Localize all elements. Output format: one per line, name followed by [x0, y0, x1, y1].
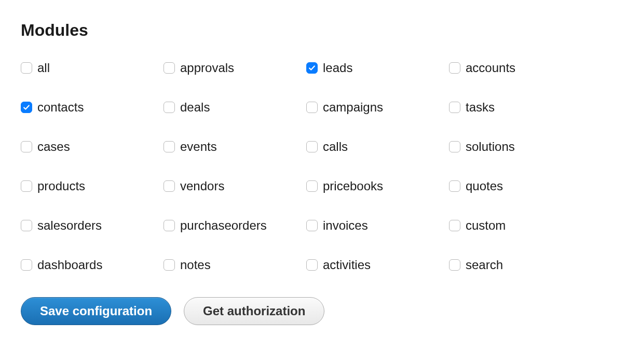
checkbox-solutions[interactable]: solutions	[449, 139, 592, 154]
checkbox-salesorders[interactable]: salesorders	[21, 218, 164, 233]
check-icon	[23, 104, 30, 111]
checkbox-box-solutions[interactable]	[449, 141, 460, 152]
checkbox-events[interactable]: events	[164, 139, 306, 154]
checkbox-label-pricebooks: pricebooks	[323, 179, 383, 193]
checkbox-all[interactable]: all	[21, 61, 164, 75]
checkbox-vendors[interactable]: vendors	[164, 179, 306, 193]
checkbox-box-purchaseorders[interactable]	[164, 220, 175, 231]
checkbox-box-pricebooks[interactable]	[306, 180, 318, 192]
checkbox-label-salesorders: salesorders	[37, 218, 102, 233]
checkbox-box-tasks[interactable]	[449, 102, 460, 113]
checkbox-invoices[interactable]: invoices	[306, 218, 449, 233]
save-configuration-button[interactable]: Save configuration	[21, 297, 171, 325]
checkbox-box-dashboards[interactable]	[21, 259, 32, 271]
checkbox-box-salesorders[interactable]	[21, 220, 32, 231]
checkbox-label-campaigns: campaigns	[323, 100, 383, 115]
checkbox-cases[interactable]: cases	[21, 139, 164, 154]
checkbox-contacts[interactable]: contacts	[21, 100, 164, 115]
checkbox-label-custom: custom	[466, 218, 506, 233]
checkbox-dashboards[interactable]: dashboards	[21, 258, 164, 272]
checkbox-box-leads[interactable]	[306, 62, 318, 74]
checkbox-box-events[interactable]	[164, 141, 175, 152]
checkbox-box-quotes[interactable]	[449, 180, 460, 192]
checkbox-search[interactable]: search	[449, 258, 592, 272]
checkbox-box-notes[interactable]	[164, 259, 175, 271]
checkbox-label-dashboards: dashboards	[37, 258, 102, 272]
checkbox-box-all[interactable]	[21, 62, 32, 74]
checkbox-label-leads: leads	[323, 61, 352, 75]
checkbox-box-contacts[interactable]	[21, 102, 32, 113]
checkbox-label-search: search	[466, 258, 503, 272]
checkbox-box-campaigns[interactable]	[306, 102, 318, 113]
checkbox-approvals[interactable]: approvals	[164, 61, 306, 75]
checkbox-activities[interactable]: activities	[306, 258, 449, 272]
checkbox-box-approvals[interactable]	[164, 62, 175, 74]
checkbox-label-events: events	[180, 139, 217, 154]
checkbox-label-purchaseorders: purchaseorders	[180, 218, 267, 233]
checkbox-label-deals: deals	[180, 100, 210, 115]
checkbox-box-activities[interactable]	[306, 259, 318, 271]
checkbox-label-solutions: solutions	[466, 139, 515, 154]
checkbox-box-deals[interactable]	[164, 102, 175, 113]
checkbox-quotes[interactable]: quotes	[449, 179, 592, 193]
checkbox-notes[interactable]: notes	[164, 258, 306, 272]
checkbox-label-quotes: quotes	[466, 179, 503, 193]
modules-heading: Modules	[21, 21, 605, 40]
checkbox-label-tasks: tasks	[466, 100, 495, 115]
checkbox-label-products: products	[37, 179, 85, 193]
check-icon	[308, 64, 316, 72]
checkbox-box-vendors[interactable]	[164, 180, 175, 192]
checkbox-leads[interactable]: leads	[306, 61, 449, 75]
checkbox-campaigns[interactable]: campaigns	[306, 100, 449, 115]
checkbox-pricebooks[interactable]: pricebooks	[306, 179, 449, 193]
checkbox-label-activities: activities	[323, 258, 371, 272]
checkbox-label-cases: cases	[37, 139, 70, 154]
checkbox-purchaseorders[interactable]: purchaseorders	[164, 218, 306, 233]
checkbox-box-custom[interactable]	[449, 220, 460, 231]
checkbox-label-all: all	[37, 61, 50, 75]
checkbox-box-calls[interactable]	[306, 141, 318, 152]
checkbox-products[interactable]: products	[21, 179, 164, 193]
checkbox-label-invoices: invoices	[323, 218, 368, 233]
checkbox-label-accounts: accounts	[466, 61, 515, 75]
get-authorization-button[interactable]: Get authorization	[184, 297, 324, 325]
checkbox-label-contacts: contacts	[37, 100, 84, 115]
checkbox-box-invoices[interactable]	[306, 220, 318, 231]
checkbox-tasks[interactable]: tasks	[449, 100, 592, 115]
checkbox-label-notes: notes	[180, 258, 211, 272]
modules-grid: allapprovalsleadsaccountscontactsdealsca…	[21, 61, 592, 272]
checkbox-box-accounts[interactable]	[449, 62, 460, 74]
checkbox-box-search[interactable]	[449, 259, 460, 271]
checkbox-deals[interactable]: deals	[164, 100, 306, 115]
checkbox-label-vendors: vendors	[180, 179, 224, 193]
checkbox-label-approvals: approvals	[180, 61, 234, 75]
checkbox-box-products[interactable]	[21, 180, 32, 192]
button-row: Save configuration Get authorization	[21, 297, 605, 325]
checkbox-label-calls: calls	[323, 139, 348, 154]
checkbox-accounts[interactable]: accounts	[449, 61, 592, 75]
checkbox-custom[interactable]: custom	[449, 218, 592, 233]
checkbox-box-cases[interactable]	[21, 141, 32, 152]
checkbox-calls[interactable]: calls	[306, 139, 449, 154]
